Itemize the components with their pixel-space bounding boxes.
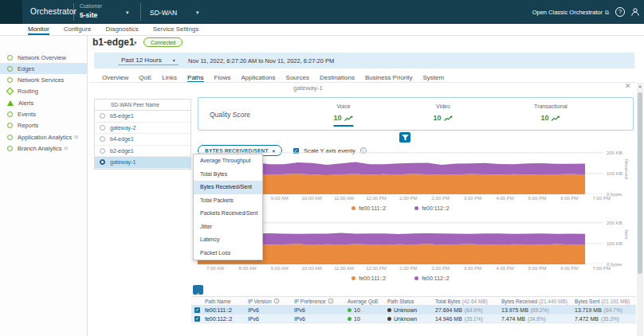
sidebar-item-label: Branch Analytics [18, 145, 61, 152]
column-header-ip-preference: IP Preferencei [294, 296, 348, 306]
sidebar-item-events[interactable]: Events [0, 109, 88, 120]
edges-icon [7, 66, 13, 72]
table-header-checkbox [191, 296, 205, 306]
x-axis-tick: 9:00 AM [271, 266, 289, 271]
y-axis-tick: 0 bytes [607, 262, 622, 267]
user-icon[interactable] [630, 7, 640, 17]
external-link-icon: ⧉ [64, 146, 67, 151]
peer-row-b5-edge1[interactable]: b5-edge1 [95, 111, 190, 123]
value-percent: (35.1%) [465, 316, 483, 322]
peer-row-b2-edge1[interactable]: b2-edge1 [95, 146, 190, 158]
x-axis-tick: 2:00 PM [432, 266, 450, 271]
peer-row-b4-edge1[interactable]: b4-edge1 [95, 134, 190, 146]
x-axis-tick: 3:00 PM [464, 266, 481, 271]
product-title: Orchestrator [30, 7, 77, 16]
dropdown-item-bytes-received-sent[interactable]: Bytes Received/Sent [194, 181, 262, 194]
peer-radio[interactable] [100, 159, 105, 165]
quality-metric-video[interactable]: Video10 [433, 104, 453, 127]
sidebar-item-label: Reports [18, 122, 38, 129]
metric-name: Voice [333, 104, 353, 109]
y-axis-tick: 100 KB [607, 171, 622, 176]
peer-list: SD-WAN Peer Name b5-edge1gateway-2b4-edg… [94, 99, 191, 170]
metric-score: 10 [333, 114, 341, 122]
peer-radio[interactable] [100, 113, 105, 119]
cell-average-qoe: 10 [348, 315, 387, 323]
value: 13.719 MB [575, 307, 602, 313]
x-axis-tick: 4:00 PM [496, 196, 513, 201]
x-axis-tick: 11:00 AM [334, 196, 354, 201]
peer-row-gateway-2[interactable]: gateway-2 [95, 123, 190, 135]
sidebar-item-routing[interactable]: Routing [0, 86, 88, 97]
row-checkbox[interactable]: ✓ [194, 316, 200, 322]
peer-row-gateway-1[interactable]: gateway-1 [95, 157, 190, 169]
column-label: Average QoE [348, 299, 379, 304]
dropdown-item-total-bytes[interactable]: Total Bytes [194, 168, 262, 182]
metric-name: Video [433, 104, 453, 109]
column-header-bytes-received: Bytes Received(21.449 MB) [501, 296, 575, 306]
sidebar-item-label: Alerts [18, 100, 33, 107]
time-range-select[interactable]: Past 12 Hours▾ [118, 57, 179, 65]
scrollbar-thumb[interactable] [638, 92, 642, 274]
column-label: Bytes Sent [575, 299, 599, 304]
column-label: IP Version [248, 299, 272, 304]
sidebar-item-application-analytics[interactable]: Application Analytics⧉ [0, 131, 88, 143]
sidebar-item-label: Network Services [18, 76, 64, 84]
peer-name-link[interactable]: b5-edge1 [110, 113, 134, 119]
x-axis-tick: 9:00 AM [271, 196, 289, 201]
column-total: (21.449 MB) [539, 299, 567, 304]
dropdown-item-total-packets[interactable]: Total Packets [194, 194, 262, 208]
peer-name-link[interactable]: b4-edge1 [110, 136, 134, 142]
sidebar-item-branch-analytics[interactable]: Branch Analytics⧉ [0, 143, 88, 154]
chart-x-axis: 7:00 AM8:00 AM9:00 AM10:00 AM11:00 AM12:… [198, 266, 603, 273]
qoe-status-dot [348, 308, 351, 312]
cell-ip-version: IPv6 [248, 306, 294, 315]
nav-tab-monitor[interactable]: Monitor [28, 25, 49, 35]
sidebar-item-network-services[interactable]: Network Services [0, 75, 88, 86]
peer-name-link[interactable]: gateway-2 [110, 125, 135, 131]
scroll-up-arrow[interactable]: ▲ [637, 84, 643, 88]
divider [140, 3, 141, 21]
vertical-scrollbar: ▲ [637, 83, 643, 336]
chevron-down-icon[interactable]: ▾ [134, 40, 137, 46]
chart-y-axis: 200 KB100 KB0 bytes [607, 220, 630, 264]
peer-name-link[interactable]: gateway-1 [110, 159, 135, 165]
sparkline-icon [552, 111, 561, 125]
table-row-checkbox-cell: ✓ [191, 306, 205, 315]
peer-name-link[interactable]: b2-edge1 [110, 148, 134, 154]
nav-tab-diagnostics[interactable]: Diagnostics [105, 25, 138, 35]
filter-button[interactable] [399, 132, 410, 143]
peer-radio[interactable] [100, 136, 105, 142]
peer-radio[interactable] [100, 148, 105, 154]
sidebar-item-edges[interactable]: Edges [0, 63, 88, 74]
cell-ip-preference: IPv6 [294, 315, 348, 323]
paths-panel: Quality Score Voice10Video10Transactiona… [198, 96, 634, 287]
x-axis-tick: 7:00 AM [206, 266, 224, 271]
sidebar-item-reports[interactable]: Reports [0, 120, 88, 131]
cell-total-bytes: 27.694 MB(64.9%) [435, 306, 501, 315]
collapse-table-button[interactable]: « [193, 285, 203, 295]
x-axis-tick: 3:00 PM [464, 196, 481, 201]
column-header-total-bytes: Total Bytes(42.64 MB) [435, 296, 501, 306]
column-header-path-name: Path Name [205, 296, 248, 306]
open-classic-orchestrator-link[interactable]: Open Classic Orchestrator⧉ [532, 9, 609, 16]
dropdown-item-latency[interactable]: Latency [194, 233, 262, 247]
sidebar-item-alerts[interactable]: Alerts [0, 97, 88, 108]
dropdown-item-average-throughput[interactable]: Average Throughput [194, 154, 262, 168]
info-icon: i [273, 299, 279, 304]
row-checkbox[interactable]: ✓ [194, 307, 200, 313]
dropdown-item-packet-loss[interactable]: Packet Loss [194, 247, 262, 260]
dropdown-item-packets-received-sent[interactable]: Packets Received/Sent [194, 207, 262, 221]
received-chart: 7:00 AM8:00 AM9:00 AM10:00 AM11:00 AM12:… [198, 150, 634, 215]
quality-metric-transactional[interactable]: Transactional10 [534, 104, 567, 127]
quality-metric-voice[interactable]: Voice10 [333, 104, 353, 127]
nav-tab-service-settings[interactable]: Service Settings [153, 25, 199, 35]
nav-tab-configure[interactable]: Configure [64, 25, 92, 35]
info-icon: i [328, 299, 333, 304]
x-axis-tick: 5:00 PM [528, 196, 546, 201]
help-icon[interactable]: ? [615, 7, 625, 17]
peer-radio[interactable] [100, 125, 105, 131]
close-icon[interactable]: ✕ [625, 82, 631, 90]
metric-name: Transactional [534, 104, 567, 109]
sidebar-item-network-overview[interactable]: Network Overview [0, 52, 88, 63]
dropdown-item-jitter[interactable]: Jitter [194, 221, 262, 234]
